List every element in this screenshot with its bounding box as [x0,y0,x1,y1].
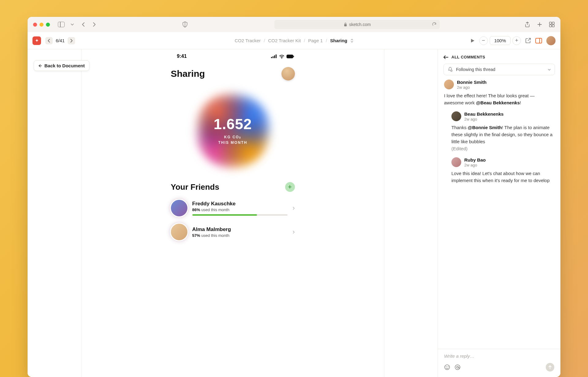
zoom-level[interactable]: 100% [490,36,511,45]
svg-rect-10 [293,56,294,57]
prev-artboard-button[interactable] [45,37,53,44]
usage-bar-fill [192,214,257,216]
arrow-left-icon [38,64,42,68]
svg-point-15 [455,365,460,370]
breadcrumb-item[interactable]: CO2 Tracker Kit [268,38,301,43]
comment-body: I love the effect here! The blur looks g… [444,92,554,106]
reply-composer: Write a reply… [438,349,560,377]
phone-status-bar: 9:41 [165,52,301,64]
svg-rect-3 [549,25,552,27]
wifi-icon [279,54,285,58]
browser-toolbar: sketch.com [28,17,560,32]
svg-rect-9 [287,55,293,58]
close-window-button[interactable] [33,23,37,27]
metric-visual: 1.652 KG CO₂ THIS MONTH [165,86,301,175]
comments-header[interactable]: ALL COMMENTS [438,49,560,63]
profile-avatar [281,67,295,80]
svg-rect-1 [549,22,552,24]
comments-panel: ALL COMMENTS Following this thread Bonni… [438,49,560,377]
comment-author: Bonnie Smith [457,80,487,85]
follow-thread-dropdown[interactable]: Following this thread [443,64,555,75]
share-icon[interactable] [524,21,530,28]
friend-row: Freddy Kauschke 86% used this month › [165,196,301,220]
breadcrumb-item[interactable]: CO2 Tracker [235,38,261,43]
dropdown-chevron-icon[interactable] [69,21,76,28]
mention-icon[interactable] [454,364,461,370]
svg-point-16 [457,366,458,368]
chevron-right-icon: › [292,204,295,212]
privacy-shield-icon[interactable] [182,21,188,28]
app-logo[interactable]: ✦ [32,36,41,45]
svg-rect-6 [273,56,273,58]
comment-body: Thanks @Bonnie Smith! The plan is to ani… [451,124,554,152]
breadcrumb-dropdown-icon[interactable] [350,39,353,43]
screen-title: Sharing [171,69,205,79]
user-avatar[interactable] [546,36,556,45]
follow-thread-label: Following this thread [456,67,495,72]
back-to-document-button[interactable]: Back to Document [34,60,89,71]
comment-thread: Bonnie Smith 2w ago I love the effect he… [438,80,560,192]
friend-suffix: used this month [200,233,229,238]
minimize-window-button[interactable] [40,23,43,27]
comment-time: 2w ago [464,163,486,167]
zoom-in-button[interactable]: + [512,36,521,45]
svg-rect-8 [276,54,277,58]
app-toolbar: ✦ 6/41 CO2 Tracker/ CO2 Tracker Kit/ Pag… [28,32,560,49]
svg-point-12 [445,365,450,370]
address-url: sketch.com [349,22,371,27]
zoom-window-button[interactable] [46,23,50,27]
friend-percent: 86% [192,207,200,212]
sidebar-toggle-icon[interactable] [58,22,65,27]
svg-point-14 [448,366,448,367]
page-stepper: 6/41 [45,37,75,44]
window-controls [33,23,50,27]
nav-forward-button[interactable] [91,21,98,28]
left-sidebar: Back to Document [28,49,81,377]
mention[interactable]: @Bonnie Smith [468,125,502,130]
mention[interactable]: @Beau Bekkenenks [476,100,520,105]
browser-window: sketch.com ✦ 6/41 CO2 Tracker/ CO2 [28,17,560,377]
breadcrumb-item-current[interactable]: Sharing [330,38,347,43]
status-time: 9:41 [177,54,187,59]
metric-unit: KG CO₂ [224,135,241,139]
arrow-left-icon [443,55,448,59]
canvas[interactable]: 9:41 Sharing 1.652 KG [81,49,384,377]
svg-rect-2 [552,22,554,24]
cellular-icon [271,54,277,58]
tab-overview-icon[interactable] [549,21,555,28]
friend-avatar [171,224,187,240]
comment: Bonnie Smith 2w ago I love the effect he… [444,80,554,184]
svg-rect-0 [344,24,347,26]
artboard-sharing: 9:41 Sharing 1.652 KG [165,49,301,244]
metric-period: THIS MONTH [218,140,247,145]
friend-name: Alma Malmberg [192,226,288,233]
comment-reply: Beau Bekkenenks 2w ago Thanks @Bonnie Sm… [451,111,554,152]
bell-icon [447,67,453,72]
friend-name: Freddy Kauschke [192,201,288,207]
page-counter: 6/41 [54,38,66,43]
svg-rect-5 [271,57,272,58]
open-external-icon[interactable] [525,38,531,43]
back-to-document-label: Back to Document [44,63,85,68]
new-tab-icon[interactable] [537,21,543,28]
address-bar[interactable]: sketch.com [274,20,440,29]
next-artboard-button[interactable] [68,37,75,44]
friend-percent: 57% [192,233,200,238]
nav-back-button[interactable] [80,21,87,28]
zoom-out-button[interactable]: − [479,36,488,45]
send-reply-button[interactable] [546,363,554,371]
comment-time: 2w ago [457,85,487,90]
reply-input[interactable]: Write a reply… [444,353,554,359]
breadcrumb-item[interactable]: Page 1 [308,38,323,43]
browser-right-icons [524,21,555,28]
play-prototype-button[interactable] [470,38,475,43]
reload-icon[interactable] [432,22,437,27]
comment-reply: Ruby Bao 2w ago Love this idea! Let's ch… [451,157,554,184]
svg-rect-7 [274,55,275,58]
comments-panel-toggle[interactable] [535,38,542,43]
battery-icon [286,54,294,58]
friends-heading: Your Friends [171,182,219,192]
emoji-icon[interactable] [444,364,450,370]
breadcrumb: CO2 Tracker/ CO2 Tracker Kit/ Page 1/ Sh… [235,38,353,43]
edited-label: (Edited) [451,146,468,151]
